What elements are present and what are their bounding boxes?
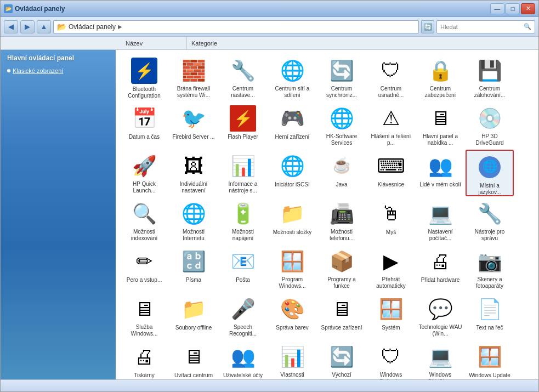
icon-item-technologie-wau[interactable]: 💬Technologie WAU (Win... — [416, 293, 464, 339]
icon-item-moznosti-internetu[interactable]: 🌐Možnosti Internetu — [169, 197, 218, 244]
icon-item-hp-3d[interactable]: 💿HP 3D DriveGuard — [466, 102, 514, 149]
icon-item-mys[interactable]: 🖱Myš — [367, 197, 415, 244]
sidebar-main-title: Hlavní ovládací panel — [7, 54, 109, 62]
icon-image-nastroje-pro-spravu: 🔧 — [476, 201, 503, 226]
up-button[interactable]: ▲ — [37, 20, 51, 33]
icon-item-hlavni-panel[interactable]: 🖥Hlavní panel a nabídka ... — [416, 102, 464, 149]
icon-item-pisma[interactable]: 🔡Písma — [169, 245, 218, 292]
icon-label-windows-defender: Windows Defender — [369, 372, 413, 379]
icon-item-firebird[interactable]: 🐦Firebird Server ... — [169, 102, 218, 149]
icon-image-moznosti-internetu: 🌐 — [180, 201, 207, 226]
minimize-button[interactable]: — — [490, 3, 504, 14]
icon-item-bluetooth[interactable]: ⚡Bluetooth Configuration — [120, 54, 168, 101]
search-input[interactable] — [440, 24, 524, 30]
icon-image-flash-player: ⚡ — [230, 105, 256, 132]
icon-item-windows-defender[interactable]: 🛡Windows Defender — [367, 340, 415, 379]
icon-item-speech-recognition[interactable]: 🎤Speech Recogniti... — [219, 293, 267, 339]
icon-item-hk-software[interactable]: 🌐HK-Software Services — [317, 102, 366, 149]
icon-label-firewall: Brána firewall systému Wi... — [172, 86, 215, 99]
sidebar: Hlavní ovládací panel Klasické zobrazení — [1, 50, 116, 379]
icon-label-uvitaci-centrum: Uvítací centrum — [174, 372, 213, 379]
icon-item-flash-player[interactable]: ⚡Flash Player — [219, 102, 267, 149]
icon-item-firewall[interactable]: 🧱Brána firewall systému Wi... — [169, 54, 218, 101]
refresh-button[interactable]: 🔄 — [421, 20, 434, 33]
icon-label-vlastnosti-postranniho: Vlastnosti postranní... — [270, 372, 314, 379]
icon-item-datum-cas[interactable]: 📅Datum a čas — [120, 102, 168, 149]
icon-item-moznosti-napajeni[interactable]: 🔋Možnosti napájení — [219, 197, 267, 244]
icon-item-java[interactable]: ☕Java — [317, 150, 366, 196]
icon-image-individualni: 🖼 — [180, 153, 207, 179]
icon-item-informace[interactable]: 📊Informace a nástroje s... — [219, 150, 267, 196]
sidebar-link-classic[interactable]: Klasické zobrazení — [13, 67, 63, 74]
icon-item-soubory-offline[interactable]: 📁Soubory offline — [169, 293, 218, 339]
icon-label-centrum-nastave: Centrum nastave... — [221, 86, 265, 99]
icon-image-moznosti-indexovani: 🔍 — [131, 201, 157, 226]
icon-image-datum-cas: 📅 — [131, 105, 157, 132]
icon-item-nastroje-pro-spravu[interactable]: 🔧Nástroje pro správu — [466, 197, 514, 244]
icon-item-hlaseni[interactable]: ⚠Hlášení a řešení p... — [367, 102, 415, 149]
icon-item-text-na-rec[interactable]: 📄Text na řeč — [466, 293, 514, 339]
icon-item-individualni[interactable]: 🖼Individuální nastavení — [169, 150, 218, 196]
icon-item-centrum-nastave[interactable]: 🔧Centrum nastave... — [219, 54, 267, 101]
icon-item-vlastnosti-postranniho[interactable]: 📊Vlastnosti postranní... — [268, 340, 316, 379]
icon-item-pridat-hardware[interactable]: 🖨Přidat hardware — [416, 245, 464, 292]
icon-item-centrum-zabezpeceni[interactable]: 🔒Centrum zabezpečení — [416, 54, 464, 101]
icon-item-sluzba-windows[interactable]: 🖥Služba Windows... — [120, 293, 168, 339]
sidebar-item-classic[interactable]: Klasické zobrazení — [7, 66, 109, 75]
col-category[interactable]: Kategorie — [187, 37, 538, 49]
icon-label-moznosti-internetu: Možnosti Internetu — [172, 229, 215, 242]
icon-item-centrum-zalohovani[interactable]: 💾Centrum zálohování... — [466, 54, 514, 101]
icon-image-moznosti-telefonu: 📠 — [328, 201, 355, 226]
icon-image-windows-sideshow: 💻 — [427, 344, 453, 370]
icon-item-mistni-jazykova[interactable]: 🌐Místní a jazykov... — [466, 150, 514, 196]
icon-item-uvitaci-centrum[interactable]: 🖥Uvítací centrum — [169, 340, 218, 379]
icon-label-windows-update: Windows Update — [469, 372, 510, 379]
back-button[interactable]: ◀ — [4, 20, 18, 33]
icon-label-hk-software: HK-Software Services — [320, 133, 364, 146]
icon-item-lide-v-mem-okoli[interactable]: 👥Lidé v mém okolí — [416, 150, 464, 196]
icon-item-program-windows[interactable]: 🪟Program Windows... — [268, 245, 316, 292]
icon-item-centrum-synchroniz[interactable]: 🔄Centrum synchroniz... — [317, 54, 366, 101]
icon-item-skenery[interactable]: 📷Skenery a fotoaparáty — [466, 245, 514, 292]
search-bar[interactable]: 🔍 — [436, 20, 535, 33]
icon-item-herni-zarizeni[interactable]: 🎮Herní zařízení — [268, 102, 316, 149]
icon-label-individualni: Individuální nastavení — [172, 181, 215, 194]
icon-item-windows-sideshow[interactable]: 💻Windows SideShow — [416, 340, 464, 379]
forward-button[interactable]: ▶ — [20, 20, 35, 33]
address-bar[interactable]: 📂 Ovládací panely ▶ — [53, 20, 419, 33]
icon-item-centrum-usnadne[interactable]: 🛡Centrum usnadně... — [367, 54, 415, 101]
icon-item-iniciator[interactable]: 🌐Iniciátor iSCSI — [268, 150, 316, 196]
icon-image-java: ☕ — [328, 153, 355, 179]
icon-item-pero-a-vstup[interactable]: ✏Pero a vstup... — [120, 245, 168, 292]
icon-item-windows-update[interactable]: 🪟Windows Update — [466, 340, 514, 379]
icon-item-moznosti-indexovani[interactable]: 🔍Možnosti indexování — [120, 197, 168, 244]
icon-item-klavesnice[interactable]: ⌨Klávesnice — [367, 150, 415, 196]
col-name[interactable]: Název — [121, 37, 187, 49]
content-area: Hlavní ovládací panel Klasické zobrazení… — [1, 50, 538, 379]
icon-image-klavesnice: ⌨ — [378, 153, 404, 179]
icon-label-system: Systém — [382, 325, 400, 331]
icon-item-posta[interactable]: 📧Pošta — [219, 245, 267, 292]
icon-item-spravce-zarizeni[interactable]: 🖥Správce zařízení — [317, 293, 366, 339]
icon-item-moznosti-telefonu[interactable]: 📠Možnosti telefonu... — [317, 197, 366, 244]
svg-text:⚡: ⚡ — [135, 62, 154, 80]
icon-item-uzivatelske-ucty[interactable]: 👥Uživatelské účty — [219, 340, 267, 379]
icon-item-centrum-siti[interactable]: 🌐Centrum sítí a sdílení — [268, 54, 316, 101]
bullet-icon — [7, 69, 10, 72]
icon-item-vychozi-programy[interactable]: 🔄Výchozí programy — [317, 340, 366, 379]
icon-image-centrum-zalohovani: 💾 — [476, 58, 503, 83]
icon-item-prehrat-automaticky[interactable]: ▶Přehrát automaticky — [367, 245, 415, 292]
icon-item-programy-a-funkce[interactable]: 📦Programy a funkce — [317, 245, 366, 292]
icon-label-datum-cas: Datum a čas — [129, 134, 160, 140]
icon-image-centrum-synchroniz: 🔄 — [328, 58, 355, 83]
icon-item-hp-quick[interactable]: 🚀HP Quick Launch... — [120, 150, 168, 196]
icon-label-klavesnice: Klávesnice — [378, 181, 404, 188]
close-button[interactable]: ✕ — [521, 3, 535, 14]
icon-item-nastaveni-pocitace[interactable]: 💻Nastavení počítač... — [416, 197, 464, 244]
svg-text:⚡: ⚡ — [234, 110, 253, 128]
maximize-button[interactable]: □ — [506, 3, 520, 14]
icon-item-system[interactable]: 🪟Systém — [367, 293, 415, 339]
icon-item-moznosti-slozky[interactable]: 📁Možnosti složky — [268, 197, 316, 244]
icon-item-sprava-barev[interactable]: 🎨Správa barev — [268, 293, 316, 339]
icon-item-tiskarny[interactable]: 🖨Tiskárny — [120, 340, 168, 379]
